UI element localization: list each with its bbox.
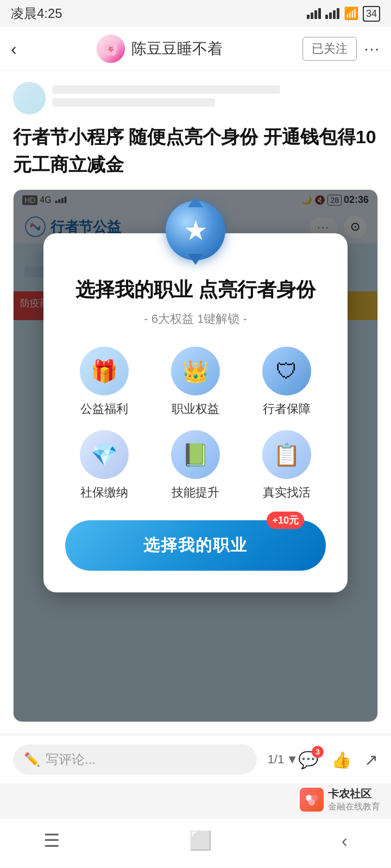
post-title: 行者节小程序 随便点亮个身份 开通钱包得10元工商立减金 [13,123,378,178]
brand-logo [300,788,324,812]
status-time-speed: 凌晨4:25 [11,5,62,22]
brand-logo-icon [304,792,320,808]
signal-icon-2 [325,8,339,19]
social-icon: 💎 [80,430,129,479]
nav-center: 🌸 陈豆豆睡不着 [97,35,223,63]
username-label: 陈豆豆睡不着 [131,39,223,59]
nav-bar: ‹ 🌸 陈豆豆睡不着 已关注 ··· [0,27,391,71]
skill-label: 技能提升 [172,484,219,501]
screenshot-image: HD 4G 🌙 🔇 28 02:36 [13,189,378,722]
status-bar: 凌晨4:25 📶 34 [0,0,391,27]
home-nav-icon[interactable]: ☰ [43,829,60,851]
job-label: 真实找活 [263,484,311,501]
modal-overlay: ★ 选择我的职业 点亮行者身份 - 6大权益 1键解锁 - 🎁 公益福利 [14,190,377,722]
rights-icon: 👑 [171,347,220,395]
cta-badge: +10元 [267,512,304,529]
rights-label: 职业权益 [172,401,219,417]
signal-icon [307,8,321,19]
icon-item-job: 📋 真实找活 [248,430,326,501]
brand-footer: 卡农社区 金融在线教育 [0,783,391,818]
comment-input-area[interactable]: ✏️ 写评论... [13,744,257,775]
icon-item-welfare: 🎁 公益福利 [65,347,143,417]
square-nav-icon[interactable]: ⬜ [189,829,212,851]
welfare-label: 公益福利 [80,401,128,417]
like-icon[interactable]: 👍 [331,750,351,769]
prev-content-stub [13,82,378,114]
prev-avatar [13,82,46,114]
action-icons: 💬 3 👍 ↗ [298,750,378,769]
prev-text-lines [52,85,378,111]
comment-bar: ✏️ 写评论... 1/1 ▼ 💬 3 👍 ↗ [0,735,391,783]
welfare-icon: 🎁 [80,347,129,395]
insurance-label: 行者保障 [263,401,311,417]
icon-item-rights: 👑 职业权益 [156,347,235,417]
icon-item-skill: 📗 技能提升 [156,430,235,501]
modal-card: 选择我的职业 点亮行者身份 - 6大权益 1键解锁 - 🎁 公益福利 👑 职业权… [43,233,348,592]
modal-subtitle: - 6大权益 1键解锁 - [65,311,326,327]
bottom-nav: ☰ ⬜ ‹ [0,818,391,867]
insurance-icon: 🛡 [262,347,311,395]
comment-icon[interactable]: 💬 3 [298,750,318,769]
share-icon[interactable]: ↗ [364,750,378,769]
job-icon: 📋 [262,430,311,479]
modal-wrapper: ★ 选择我的职业 点亮行者身份 - 6大权益 1键解锁 - 🎁 公益福利 [43,233,348,592]
back-button[interactable]: ‹ [11,39,17,59]
phone-screenshot-inner: HD 4G 🌙 🔇 28 02:36 [14,190,377,722]
skill-icon: 📗 [171,430,220,479]
brand-subtitle: 金融在线教育 [328,801,380,813]
icon-item-social: 💎 社保缴纳 [65,430,143,501]
brand-name: 卡农社区 [328,787,380,801]
star-icon: ★ [184,215,208,246]
cta-wrapper: +10元 选择我的职业 [65,520,326,571]
modal-star-badge: ★ [166,201,225,260]
chevron-down-icon: ▼ [286,752,298,767]
pen-icon: ✏️ [24,752,40,767]
wifi-icon: 📶 [344,7,358,21]
bottom-nav-content: ☰ ⬜ ‹ [0,829,391,851]
more-button[interactable]: ··· [364,40,380,58]
follow-button[interactable]: 已关注 [302,37,357,61]
post-area: 行者节小程序 随便点亮个身份 开通钱包得10元工商立减金 HD 4G 🌙 [0,71,391,733]
star-circle: ★ [166,201,225,260]
comment-count-badge: 3 [312,746,324,758]
avatar: 🌸 [97,35,125,63]
avatar-image: 🌸 [97,35,125,63]
icon-grid: 🎁 公益福利 👑 职业权益 🛡 行者保障 [65,347,326,501]
comment-placeholder: 写评论... [46,751,96,768]
page-indicator: 1/1 ▼ [268,752,298,767]
social-label: 社保缴纳 [80,484,128,501]
battery-icon: 34 [363,6,380,22]
modal-title: 选择我的职业 点亮行者身份 [65,277,326,303]
back-nav-icon[interactable]: ‹ [342,830,348,851]
status-icons: 📶 34 [307,6,380,22]
svg-point-5 [308,799,315,806]
icon-item-insurance: 🛡 行者保障 [248,347,326,417]
